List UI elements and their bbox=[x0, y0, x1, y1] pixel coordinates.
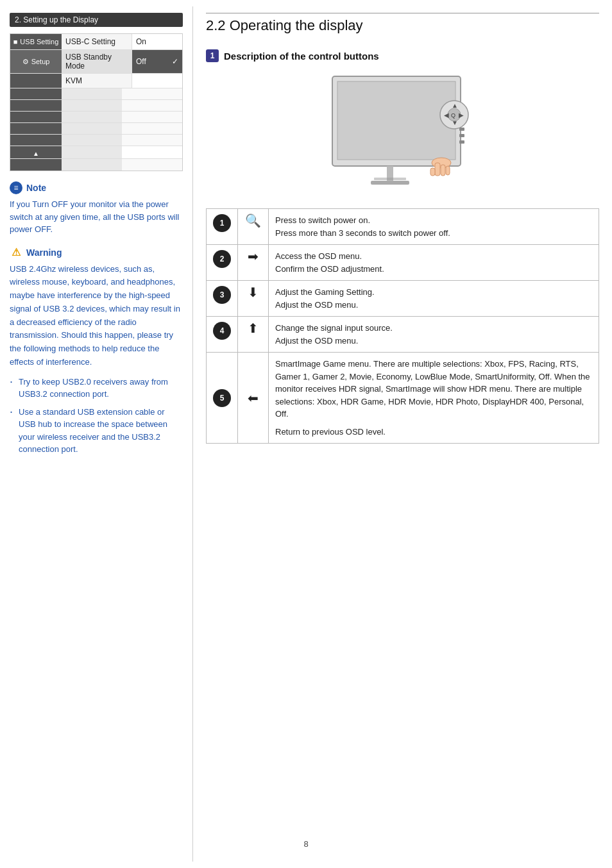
btn-circle-3: 3 bbox=[213, 286, 231, 304]
menu-row-usb: ■ USB Setting USB-C Setting On bbox=[10, 34, 182, 50]
kvm-label: KVM bbox=[62, 74, 132, 88]
subsection-label: Description of the control buttons bbox=[224, 51, 379, 62]
btn-number-5: 5 bbox=[207, 353, 238, 444]
btn-circle-4: 4 bbox=[213, 322, 231, 340]
svg-rect-16 bbox=[459, 128, 464, 131]
btn-desc-4: Change the signal input source. Adjust t… bbox=[269, 317, 599, 353]
subsection-number: 1 bbox=[206, 49, 219, 62]
usb-c-setting-value: On bbox=[132, 34, 182, 49]
btn-desc-3-line1: Adjust the Gaming Setting. bbox=[275, 286, 592, 299]
btn-desc-5-line2: Return to previous OSD level. bbox=[275, 426, 592, 438]
warning-section: ⚠ Warning USB 2.4Ghz wireless devices, s… bbox=[10, 246, 183, 456]
btn-circle-1: 1 bbox=[213, 214, 231, 232]
svg-text:▲: ▲ bbox=[452, 102, 458, 109]
checkmark-icon: ✓ bbox=[172, 57, 178, 66]
btn-desc-3: Adjust the Gaming Setting. Adjust the OS… bbox=[269, 281, 599, 317]
btn-icon-4: ⬆ bbox=[238, 317, 269, 353]
btn-desc-2: Access the OSD menu. Confirm the OSD adj… bbox=[269, 245, 599, 281]
svg-rect-14 bbox=[446, 166, 450, 175]
warning-bullet-list: Try to keep USB2.0 receivers away from U… bbox=[10, 376, 183, 456]
subsection-header: 1 Description of the control buttons bbox=[206, 49, 599, 62]
setup-icon-cell: ⚙ Setup bbox=[10, 50, 62, 73]
svg-rect-17 bbox=[459, 134, 464, 137]
btn-icon-5: ⬅ bbox=[238, 353, 269, 444]
right-column: 2.2 Operating the display 1 Description … bbox=[192, 6, 612, 862]
btn-desc-5-line1: SmartImage Game menu. There are multiple… bbox=[275, 358, 592, 421]
menu-empty-row-2 bbox=[10, 100, 182, 112]
btn-icon-1: 🔍 bbox=[238, 209, 269, 245]
monitor-illustration: ▲ ▼ ◀ ▶ Q bbox=[313, 70, 493, 198]
usb-c-setting-label: USB-C Setting bbox=[62, 34, 132, 49]
warning-text: USB 2.4Ghz wireless devices, such as, wi… bbox=[10, 263, 183, 369]
section-title: 2.2 Operating the display bbox=[206, 13, 599, 39]
btn-desc-5: SmartImage Game menu. There are multiple… bbox=[269, 353, 599, 444]
svg-rect-19 bbox=[374, 178, 406, 180]
usb-icon-cell: ■ USB Setting bbox=[10, 34, 62, 49]
btn-number-2: 2 bbox=[207, 245, 238, 281]
btn-desc-4-line1: Change the signal input source. bbox=[275, 322, 592, 335]
menu-row-standby: ⚙ Setup USB Standby Mode Off ✓ bbox=[10, 50, 182, 74]
setup-icon: ⚙ bbox=[22, 58, 29, 66]
table-row: 3 ⬇ Adjust the Gaming Setting. Adjust th… bbox=[207, 281, 599, 317]
control-buttons-table: 1 🔍 Press to switch power on. Press more… bbox=[206, 208, 599, 444]
note-section: ≡ Note If you Turn OFF your monitor via … bbox=[10, 181, 183, 236]
kvm-value bbox=[132, 74, 182, 88]
btn-number-3: 3 bbox=[207, 281, 238, 317]
note-header: ≡ Note bbox=[10, 181, 183, 194]
menu-empty-row-1 bbox=[10, 88, 182, 100]
btn-circle-5: 5 bbox=[213, 389, 231, 407]
warning-label: Warning bbox=[26, 247, 62, 258]
bullet-item-1: Try to keep USB2.0 receivers away from U… bbox=[10, 376, 183, 401]
menu-empty-row-4 bbox=[10, 123, 182, 135]
table-row: 2 ➡ Access the OSD menu. Confirm the OSD… bbox=[207, 245, 599, 281]
btn-circle-2: 2 bbox=[213, 250, 231, 268]
btn-desc-1-line2: Press more than 3 seconds to switch powe… bbox=[275, 227, 592, 240]
left-column: 2. Setting up the Display ■ USB Setting … bbox=[0, 6, 192, 862]
svg-text:▶: ▶ bbox=[459, 112, 464, 119]
menu-indicator-row: ▲ bbox=[10, 146, 182, 159]
note-text: If you Turn OFF your monitor via the pow… bbox=[10, 198, 183, 236]
btn-desc-1-line1: Press to switch power on. bbox=[275, 214, 592, 227]
btn-desc-2-line1: Access the OSD menu. bbox=[275, 250, 592, 263]
btn-number-1: 1 bbox=[207, 209, 238, 245]
menu-empty-row-3 bbox=[10, 112, 182, 123]
svg-rect-15 bbox=[430, 168, 435, 176]
breadcrumb: 2. Setting up the Display bbox=[10, 13, 183, 27]
usb-standby-value: Off ✓ bbox=[132, 50, 182, 73]
btn-desc-1: Press to switch power on. Press more tha… bbox=[269, 209, 599, 245]
btn-icon-2: ➡ bbox=[238, 245, 269, 281]
btn-desc-4-line2: Adjust the OSD menu. bbox=[275, 335, 592, 347]
note-icon: ≡ bbox=[10, 181, 22, 194]
svg-rect-3 bbox=[371, 181, 409, 185]
btn-desc-3-line2: Adjust the OSD menu. bbox=[275, 299, 592, 312]
btn-icon-3: ⬇ bbox=[238, 281, 269, 317]
menu-row-kvm: KVM bbox=[10, 74, 182, 88]
page-number: 8 bbox=[0, 833, 612, 855]
warning-icon: ⚠ bbox=[10, 246, 22, 259]
svg-text:Q: Q bbox=[451, 112, 455, 119]
warning-header: ⚠ Warning bbox=[10, 246, 183, 259]
menu-panel: ■ USB Setting USB-C Setting On ⚙ Setup U… bbox=[10, 33, 183, 171]
svg-text:◀: ◀ bbox=[444, 112, 449, 119]
table-row: 5 ⬅ SmartImage Game menu. There are mult… bbox=[207, 353, 599, 444]
table-row: 1 🔍 Press to switch power on. Press more… bbox=[207, 209, 599, 245]
svg-text:▼: ▼ bbox=[452, 119, 458, 126]
usb-setting-label: USB Setting bbox=[20, 38, 58, 46]
menu-arrow-icon: ▲ bbox=[33, 150, 39, 157]
usb-standby-label: USB Standby Mode bbox=[62, 50, 132, 73]
menu-empty-row-5 bbox=[10, 135, 182, 146]
breadcrumb-label: 2. Setting up the Display bbox=[15, 15, 98, 24]
svg-rect-13 bbox=[441, 165, 445, 176]
table-row: 4 ⬆ Change the signal input source. Adju… bbox=[207, 317, 599, 353]
btn-desc-2-line2: Confirm the OSD adjustment. bbox=[275, 263, 592, 276]
btn-number-4: 4 bbox=[207, 317, 238, 353]
note-label: Note bbox=[26, 183, 46, 193]
usb-icon: ■ bbox=[13, 38, 18, 46]
kvm-icon-cell bbox=[10, 74, 62, 88]
setup-label: Setup bbox=[31, 58, 50, 65]
svg-rect-1 bbox=[337, 81, 455, 160]
svg-rect-18 bbox=[459, 140, 464, 144]
svg-rect-12 bbox=[435, 163, 440, 176]
menu-empty-row-6 bbox=[10, 159, 182, 171]
bullet-item-2: Use a standard USB extension cable or US… bbox=[10, 406, 183, 456]
